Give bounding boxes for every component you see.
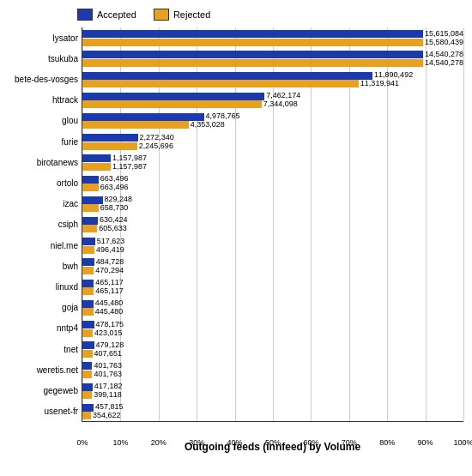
bar-row: 445,480445,480 <box>82 298 463 318</box>
accepted-swatch <box>77 9 93 21</box>
bar-rejected <box>82 39 423 46</box>
bar-rejected-label: 470,294 <box>95 267 124 274</box>
bar-accepted-label: 445,480 <box>95 299 124 307</box>
x-tick-label: 80% <box>379 438 395 447</box>
bar-accepted <box>82 383 93 391</box>
y-axis-labels: lysatortsukubabete-des-vosgeshttrackglou… <box>9 27 82 422</box>
bar-row: 11,890,49211,319,941 <box>82 69 463 89</box>
bar-accepted-label: 15,615,084 <box>425 30 463 38</box>
y-axis-label: glou <box>62 111 78 131</box>
bar-rejected-label: 14,540,278 <box>425 59 463 67</box>
legend-rejected: Rejected <box>154 9 210 21</box>
bar-accepted-label: 401,763 <box>94 362 122 370</box>
bar-row: 517,623496,419 <box>82 235 463 256</box>
bar-accepted <box>82 280 94 287</box>
bar-accepted <box>82 30 423 38</box>
bar-row: 14,540,27814,540,278 <box>82 48 463 69</box>
rejected-swatch <box>154 9 169 21</box>
y-axis-label: bete-des-vosges <box>15 69 78 89</box>
bar-row: 630,424605,633 <box>82 214 463 235</box>
bar-rejected-label: 423,015 <box>94 329 123 337</box>
bar-rejected <box>82 329 93 337</box>
bar-rejected <box>82 287 94 295</box>
bar-rejected-label: 407,651 <box>94 350 123 358</box>
bar-rejected <box>82 184 99 191</box>
grid-line <box>463 27 464 421</box>
y-axis-label: weretis.net <box>37 359 78 380</box>
bar-row: 2,272,3402,245,696 <box>82 131 463 152</box>
bar-rejected-label: 354,622 <box>93 412 121 419</box>
bar-accepted <box>82 217 98 225</box>
bar-accepted-label: 829,248 <box>105 196 133 203</box>
y-axis-label: tnet <box>64 339 78 359</box>
bar-rejected <box>82 59 423 67</box>
y-axis-label: goja <box>62 298 78 318</box>
bar-rejected-label: 663,496 <box>100 184 129 191</box>
bar-row: 457,815354,622 <box>82 401 463 422</box>
y-axis-label: niel.me <box>51 235 78 256</box>
bar-rejected <box>82 121 189 129</box>
y-axis-label: tsukuba <box>48 48 78 69</box>
bar-accepted-label: 14,540,278 <box>425 51 463 58</box>
bar-rejected <box>82 142 137 150</box>
x-tick-label: 40% <box>227 438 243 447</box>
bar-accepted <box>82 134 138 142</box>
y-axis-label: ortolo <box>57 172 78 193</box>
bar-rejected-label: 605,633 <box>99 225 127 232</box>
legend-accepted: Accepted <box>77 9 136 21</box>
bar-row: 479,128407,651 <box>82 339 463 359</box>
bar-row: 484,728470,294 <box>82 256 463 276</box>
bar-rejected-label: 496,419 <box>96 246 124 254</box>
y-axis-label: nntp4 <box>57 318 78 339</box>
bar-rejected <box>82 308 94 316</box>
bar-accepted <box>82 362 92 370</box>
bar-accepted <box>82 404 94 412</box>
x-tick-label: 30% <box>189 438 204 447</box>
x-tick-label: 70% <box>342 438 357 447</box>
y-axis-label: usenet-fr <box>45 401 78 422</box>
bar-accepted-label: 7,462,174 <box>266 92 300 99</box>
bar-accepted <box>82 51 423 58</box>
bar-row: 401,763401,763 <box>82 359 463 380</box>
bar-row: 478,175423,015 <box>82 318 463 339</box>
bar-accepted-label: 517,623 <box>97 238 125 245</box>
bar-rejected-label: 465,117 <box>95 287 124 295</box>
x-tick-label: 20% <box>151 438 166 447</box>
rejected-label: Rejected <box>173 9 210 20</box>
x-tick-label: 100% <box>453 438 472 447</box>
bar-row: 663,496663,496 <box>82 172 463 193</box>
bar-accepted <box>82 113 204 121</box>
bar-accepted-label: 2,272,340 <box>140 134 174 142</box>
bar-accepted-label: 630,424 <box>100 216 128 224</box>
x-tick-label: 0% <box>76 438 88 447</box>
bar-accepted-label: 478,175 <box>96 321 124 328</box>
bar-rejected <box>82 225 97 232</box>
bar-row: 829,248658,730 <box>82 194 463 214</box>
x-tick-label: 50% <box>265 438 281 447</box>
bar-accepted <box>82 238 95 245</box>
bar-row: 7,462,1747,344,098 <box>82 90 463 111</box>
bar-rejected-label: 1,157,987 <box>112 163 147 171</box>
bar-rejected <box>82 412 91 419</box>
bar-accepted-label: 484,728 <box>96 258 124 266</box>
x-tick-label: 10% <box>112 438 128 447</box>
y-axis-label: gegeweb <box>43 380 78 401</box>
bar-accepted <box>82 321 94 328</box>
bar-rejected-label: 11,319,941 <box>360 80 399 87</box>
bar-accepted-label: 11,890,492 <box>374 71 413 79</box>
bar-rejected <box>82 100 262 108</box>
bar-accepted-label: 4,978,765 <box>206 112 240 120</box>
bar-rejected-label: 15,580,439 <box>425 39 463 46</box>
bar-accepted-label: 479,128 <box>96 341 124 349</box>
chart-area: lysatortsukubabete-des-vosgeshttrackglou… <box>9 27 463 422</box>
bar-accepted <box>82 154 111 162</box>
bar-rejected-label: 399,118 <box>94 391 122 399</box>
bar-rows: 15,615,08415,580,43914,540,27814,540,278… <box>82 27 463 421</box>
bar-row: 417,182399,118 <box>82 381 463 401</box>
bar-accepted <box>82 176 99 184</box>
bar-rejected <box>82 267 94 274</box>
bar-rejected-label: 2,245,696 <box>139 142 173 150</box>
chart-container: Accepted Rejected lysatortsukubabete-des… <box>0 0 472 476</box>
bar-rejected-label: 658,730 <box>100 204 129 212</box>
bar-rejected <box>82 80 359 87</box>
